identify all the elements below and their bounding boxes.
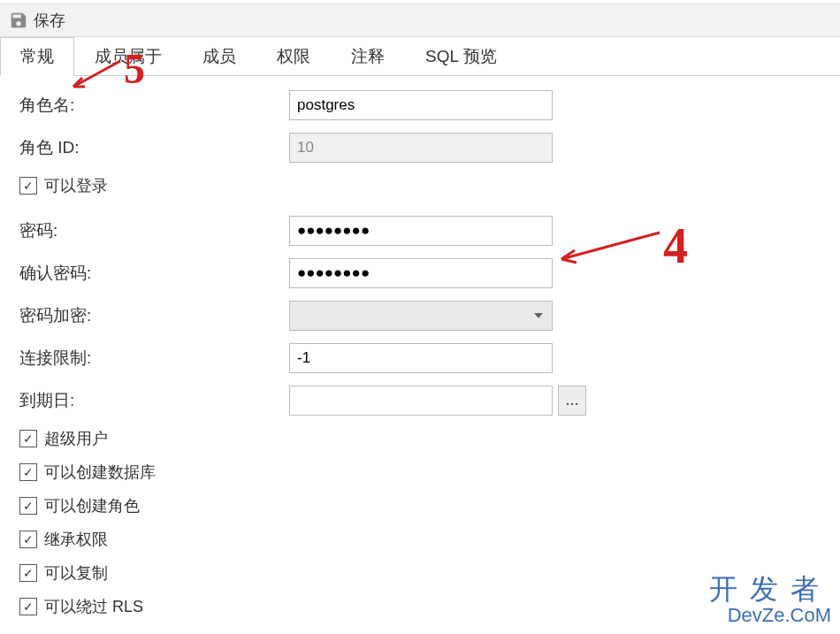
- create-db-label: 可以创建数据库: [44, 462, 156, 483]
- create-db-checkbox[interactable]: [19, 463, 37, 481]
- tab-comment[interactable]: 注释: [331, 37, 405, 76]
- can-login-checkbox[interactable]: [19, 177, 37, 195]
- password-encryption-label: 密码加密:: [19, 304, 289, 327]
- superuser-label: 超级用户: [44, 428, 108, 449]
- tab-general[interactable]: 常规: [0, 37, 74, 76]
- bypass-rls-checkbox[interactable]: [19, 598, 37, 615]
- form-panel: 角色名: 角色 ID: 可以登录 密码: 确认密码: 密码加密: 连接限制: 到…: [0, 76, 840, 634]
- save-icon: [9, 11, 28, 30]
- connection-limit-input[interactable]: [289, 343, 553, 373]
- tab-members[interactable]: 成员: [182, 37, 256, 76]
- watermark: 开发者 DevZe.CoM: [709, 575, 831, 625]
- replicate-label: 可以复制: [44, 562, 108, 584]
- superuser-checkbox[interactable]: [19, 430, 37, 447]
- password-input[interactable]: [289, 216, 553, 246]
- tab-privileges[interactable]: 权限: [256, 37, 331, 76]
- inherit-checkbox[interactable]: [19, 531, 37, 548]
- inherit-label: 继承权限: [44, 529, 108, 550]
- connection-limit-label: 连接限制:: [19, 347, 289, 370]
- tab-bar: 常规 成员属于 成员 权限 注释 SQL 预览: [0, 37, 840, 76]
- bypass-rls-label: 可以绕过 RLS: [44, 596, 143, 617]
- expiry-date-label: 到期日:: [19, 389, 289, 412]
- expiry-date-input[interactable]: [289, 386, 553, 416]
- create-role-checkbox[interactable]: [19, 497, 37, 515]
- can-login-label: 可以登录: [44, 175, 108, 196]
- tab-member-of[interactable]: 成员属于: [74, 37, 182, 76]
- confirm-password-input[interactable]: [289, 258, 553, 288]
- tab-sql-preview[interactable]: SQL 预览: [405, 37, 517, 76]
- toolbar: 保存: [0, 4, 840, 37]
- role-name-label: 角色名:: [19, 94, 289, 117]
- watermark-line2: DevZe.CoM: [709, 605, 831, 625]
- role-id-label: 角色 ID:: [19, 136, 289, 159]
- password-label: 密码:: [19, 219, 289, 242]
- role-name-input[interactable]: [289, 90, 553, 120]
- watermark-line1: 开发者: [709, 575, 831, 605]
- create-role-label: 可以创建角色: [44, 495, 140, 516]
- replicate-checkbox[interactable]: [19, 564, 37, 582]
- password-encryption-select[interactable]: [289, 301, 553, 331]
- expiry-date-picker-button[interactable]: ...: [558, 386, 586, 416]
- role-id-input: [289, 133, 553, 163]
- save-button[interactable]: 保存: [34, 10, 65, 31]
- confirm-password-label: 确认密码:: [19, 262, 289, 285]
